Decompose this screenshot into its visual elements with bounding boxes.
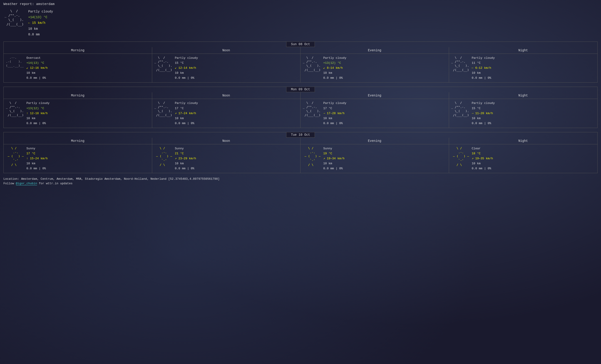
cell-vis-0-2: 10 km xyxy=(323,71,346,76)
cell-rain-1-2: 0.0 mm | 0% xyxy=(323,121,346,126)
cell-condition-0-1: Partly cloudy xyxy=(175,56,198,61)
cell-wind-2-3: ↗ 19–35 km/h xyxy=(472,156,493,161)
current-rain: 0.0 mm xyxy=(28,32,53,38)
cell-info-0-3: Partly cloudy11 °C← 6–12 km/h10 km0.0 mm… xyxy=(472,56,495,81)
day-title-0: Sun 08 Oct xyxy=(286,41,315,47)
time-headers-0: MorningNoonEveningNight xyxy=(4,47,597,54)
cell-condition-2-1: Sunny xyxy=(175,146,196,151)
cell-temp-2-0: 17 °C xyxy=(26,151,48,156)
cell-temp-0-1: 15 °C xyxy=(175,61,198,66)
current-temp: +14(13) °C xyxy=(28,15,53,20)
cell-art-2-3: \ / .-. ― ( ) ― `-' / \ xyxy=(451,146,469,167)
cell-art-1-2: \ / _ /"".-. \_( ). /(___(__) xyxy=(303,101,321,117)
cell-wind-1-3: → 11–20 km/h xyxy=(472,111,495,116)
cell-art-2-1: \ / .-. ― ( ) ― `-' / \ xyxy=(154,146,172,167)
time-cell-1-1: \ / _ /"".-. \_( ). /(___(__)Partly clou… xyxy=(152,99,301,127)
time-cell-1-2: \ / _ /"".-. \_( ). /(___(__)Partly clou… xyxy=(300,99,449,127)
cell-info-1-2: Partly cloudy17 °C→ 17–28 km/h10 km0.0 m… xyxy=(323,101,346,126)
cell-art-1-0: \ / _ /"".-. \_( ). /(___(__) xyxy=(6,101,24,117)
time-header-0-2: Evening xyxy=(300,47,449,54)
cell-temp-1-3: 15 °C xyxy=(472,106,495,111)
current-weather: \ / _ /"".-. \_( ). /(___(__) Partly clo… xyxy=(3,9,598,38)
current-info: Partly cloudy +14(13) °C ← 15 km/h 10 km… xyxy=(28,9,53,38)
time-cell-0-2: \ / _ /"".-. \_( ). /(___(__)Partly clou… xyxy=(300,54,449,82)
follow-link[interactable]: @igor_chubin xyxy=(16,182,37,185)
cell-wind-1-0: ↑ 12–18 km/h xyxy=(26,111,49,116)
cell-condition-2-3: Clear xyxy=(472,146,493,151)
time-header-2-3: Night xyxy=(449,138,598,144)
cell-rain-2-3: 0.0 mm | 0% xyxy=(472,166,493,171)
footer-location: Location: Amsterdam, Centrum, Amsterdam,… xyxy=(3,177,598,181)
cell-wind-1-2: → 17–28 km/h xyxy=(323,111,346,116)
cell-wind-0-1: ↙ 12–14 km/h xyxy=(175,66,198,71)
cell-wind-0-0: ↙ 12–16 km/h xyxy=(26,66,48,71)
cell-info-2-3: Clear18 °C↗ 19–35 km/h10 km0.0 mm | 0% xyxy=(472,146,493,171)
cell-info-0-2: Partly cloudy+13(12) °C↙ 8–14 km/h10 km0… xyxy=(323,56,346,81)
cell-info-0-1: Partly cloudy15 °C↙ 12–14 km/h10 km0.0 m… xyxy=(175,56,198,81)
cell-rain-2-2: 0.0 mm | 0% xyxy=(323,166,345,171)
cell-vis-2-3: 10 km xyxy=(472,161,493,166)
cell-condition-1-0: Partly cloudy xyxy=(26,101,49,106)
cell-vis-1-0: 10 km xyxy=(26,116,49,121)
time-header-2-1: Noon xyxy=(152,138,301,144)
cell-vis-1-3: 10 km xyxy=(472,116,495,121)
time-header-1-3: Night xyxy=(449,92,598,99)
cell-temp-1-1: 17 °C xyxy=(175,106,198,111)
cell-condition-0-0: Overcast xyxy=(26,56,48,61)
cell-art-0-2: \ / _ /"".-. \_( ). /(___(__) xyxy=(303,56,321,72)
cell-condition-1-2: Partly cloudy xyxy=(323,101,346,106)
time-header-0-1: Noon xyxy=(152,47,301,54)
cell-info-2-2: Sunny19 °C↗ 19–34 km/h10 km0.0 mm | 0% xyxy=(323,146,345,171)
time-header-0-3: Night xyxy=(449,47,598,54)
current-vis: 10 km xyxy=(28,26,53,32)
time-cell-1-3: \ / _ /"".-. \_( ). /(___(__)Partly clou… xyxy=(449,99,598,127)
time-cell-2-1: \ / .-. ― ( ) ― `-' / \Sunny21 °C↗ 23–29… xyxy=(152,144,301,173)
day-title-2: Tue 10 Oct xyxy=(286,132,315,137)
cell-temp-0-3: 11 °C xyxy=(472,61,495,66)
time-cell-0-1: \ / _ /"".-. \_( ). /(___(__)Partly clou… xyxy=(152,54,301,82)
cell-temp-0-2: +13(12) °C xyxy=(323,61,346,66)
current-condition: Partly cloudy xyxy=(28,9,53,15)
cell-wind-0-3: ← 6–12 km/h xyxy=(472,66,495,71)
cell-rain-0-0: 0.0 mm | 0% xyxy=(26,76,48,81)
time-cell-0-0: .--. .-( ). (___.__)__Overcast+14(13) °C… xyxy=(4,54,152,82)
current-art: \ / _ /"".-. \_( ). /(___(__) xyxy=(5,9,24,27)
time-headers-1: MorningNoonEveningNight xyxy=(4,92,597,99)
cell-temp-2-3: 18 °C xyxy=(472,151,493,156)
cell-info-2-0: Sunny17 °C↑ 15–24 km/h10 km0.0 mm | 0% xyxy=(26,146,48,171)
cell-rain-2-0: 0.0 mm | 0% xyxy=(26,166,48,171)
cell-wind-2-1: ↗ 23–29 km/h xyxy=(175,156,196,161)
time-cell-2-2: \ / .-. ― ( ) ― `-' / \Sunny19 °C↗ 19–34… xyxy=(300,144,449,173)
cell-temp-2-1: 21 °C xyxy=(175,151,196,156)
cell-temp-1-0: +13(12) °C xyxy=(26,106,49,111)
cell-art-0-1: \ / _ /"".-. \_( ). /(___(__) xyxy=(154,56,172,72)
time-cell-1-0: \ / _ /"".-. \_( ). /(___(__)Partly clou… xyxy=(4,99,152,127)
current-wind: ← 15 km/h xyxy=(28,20,53,26)
cell-wind-2-0: ↑ 15–24 km/h xyxy=(26,156,48,161)
cell-rain-1-0: 0.0 mm | 0% xyxy=(26,121,49,126)
time-cells-1: \ / _ /"".-. \_( ). /(___(__)Partly clou… xyxy=(4,99,597,127)
time-header-2-2: Evening xyxy=(300,138,449,144)
cell-info-1-1: Partly cloudy17 °C↗ 17–24 km/h10 km0.0 m… xyxy=(175,101,198,126)
cell-info-1-0: Partly cloudy+13(12) °C↑ 12–18 km/h10 km… xyxy=(26,101,49,126)
day-title-1: Mon 09 Oct xyxy=(286,87,315,92)
cell-wind-0-2: ↙ 8–14 km/h xyxy=(323,66,346,71)
cell-art-0-0: .--. .-( ). (___.__)__ xyxy=(6,56,24,68)
cell-condition-0-3: Partly cloudy xyxy=(472,56,495,61)
cell-art-0-3: \ / _ /"".-. \_( ). /(___(__) xyxy=(451,56,469,72)
day-section-2: Tue 10 OctMorningNoonEveningNight \ / .-… xyxy=(3,132,598,173)
time-header-1-2: Evening xyxy=(300,92,449,99)
cell-vis-2-0: 10 km xyxy=(26,161,48,166)
time-cells-2: \ / .-. ― ( ) ― `-' / \Sunny17 °C↑ 15–24… xyxy=(4,144,597,173)
cell-rain-0-3: 0.0 mm | 0% xyxy=(472,76,495,81)
cell-rain-0-1: 0.0 mm | 0% xyxy=(175,76,198,81)
time-header-0-0: Morning xyxy=(4,47,152,54)
cell-rain-1-1: 0.0 mm | 0% xyxy=(175,121,198,126)
time-cell-0-3: \ / _ /"".-. \_( ). /(___(__)Partly clou… xyxy=(449,54,598,82)
cell-condition-1-1: Partly cloudy xyxy=(175,101,198,106)
cell-rain-2-1: 0.0 mm | 0% xyxy=(175,166,196,171)
cell-condition-1-3: Partly cloudy xyxy=(472,101,495,106)
time-cell-2-3: \ / .-. ― ( ) ― `-' / \Clear18 °C↗ 19–35… xyxy=(449,144,598,173)
cell-temp-0-0: +14(13) °C xyxy=(26,61,48,66)
cell-wind-2-2: ↗ 19–34 km/h xyxy=(323,156,345,161)
